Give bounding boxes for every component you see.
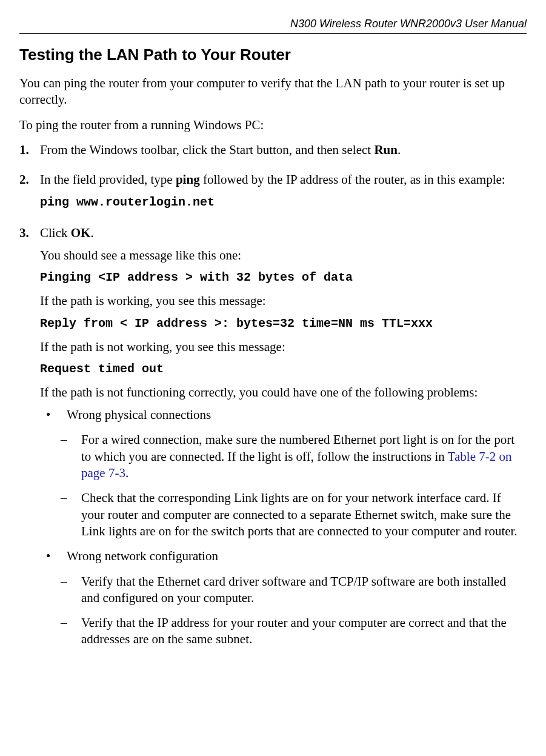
sub-mark: – <box>61 574 81 607</box>
ping-bold: ping <box>176 172 200 187</box>
sub-text: Verify that the Ethernet card driver sof… <box>81 574 527 607</box>
sub-mark: – <box>61 432 81 481</box>
step-text: Click OK. <box>40 225 527 241</box>
run-bold: Run <box>374 142 398 157</box>
bullet-wrong-physical: • Wrong physical connections <box>40 407 527 423</box>
section-title: Testing the LAN Path to Your Router <box>19 45 527 65</box>
step-body: Click OK. You should see a message like … <box>40 225 527 657</box>
code-ping: ping www.routerlogin.net <box>40 195 527 210</box>
header-rule <box>19 33 527 34</box>
step-text: From the Windows toolbar, click the Star… <box>40 142 527 158</box>
result-text: If the path is not functioning correctly… <box>40 384 527 401</box>
result-text: You should see a message like this one: <box>40 247 527 264</box>
step-3: 3. Click OK. You should see a message li… <box>19 225 527 657</box>
sub-text: Verify that the IP address for your rout… <box>81 615 527 648</box>
footer-spacer <box>19 664 527 756</box>
step-text: In the field provided, type ping followe… <box>40 172 527 188</box>
code-reply: Reply from < IP address >: bytes=32 time… <box>40 316 527 332</box>
sub-bullet-port-light: – For a wired connection, make sure the … <box>40 432 527 481</box>
result-text: If the path is working, you see this mes… <box>40 293 527 309</box>
result-text: If the path is not working, you see this… <box>40 339 527 355</box>
code-pinging: Pinging <IP address > with 32 bytes of d… <box>40 270 527 286</box>
step-2: 2. In the field provided, type ping foll… <box>19 172 527 217</box>
bullet-text: Wrong network configuration <box>67 548 527 564</box>
sub-bullet-link-lights: – Check that the corresponding Link ligh… <box>40 490 527 540</box>
code-timeout: Request timed out <box>40 361 527 377</box>
sub-mark: – <box>61 490 81 540</box>
step-number: 1. <box>19 142 40 164</box>
page-header: N300 Wireless Router WNR2000v3 User Manu… <box>19 17 527 31</box>
sub-text: For a wired connection, make sure the nu… <box>81 432 527 481</box>
intro-paragraph: You can ping the router from your comput… <box>19 75 527 109</box>
step-number: 3. <box>19 225 40 657</box>
ok-bold: OK <box>71 226 91 240</box>
step-1: 1. From the Windows toolbar, click the S… <box>19 142 527 164</box>
step-body: In the field provided, type ping followe… <box>40 172 527 217</box>
sub-bullet-driver: – Verify that the Ethernet card driver s… <box>40 574 527 607</box>
preamble-paragraph: To ping the router from a running Window… <box>19 117 527 133</box>
bullet-wrong-network: • Wrong network configuration <box>40 548 527 564</box>
sub-bullet-ip: – Verify that the IP address for your ro… <box>40 615 527 648</box>
step-body: From the Windows toolbar, click the Star… <box>40 142 527 164</box>
sub-mark: – <box>61 615 81 648</box>
bullet-text: Wrong physical connections <box>67 407 527 423</box>
bullet-mark: • <box>40 407 67 423</box>
bullet-mark: • <box>40 548 67 564</box>
sub-text: Check that the corresponding Link lights… <box>81 490 527 540</box>
step-number: 2. <box>19 172 40 217</box>
